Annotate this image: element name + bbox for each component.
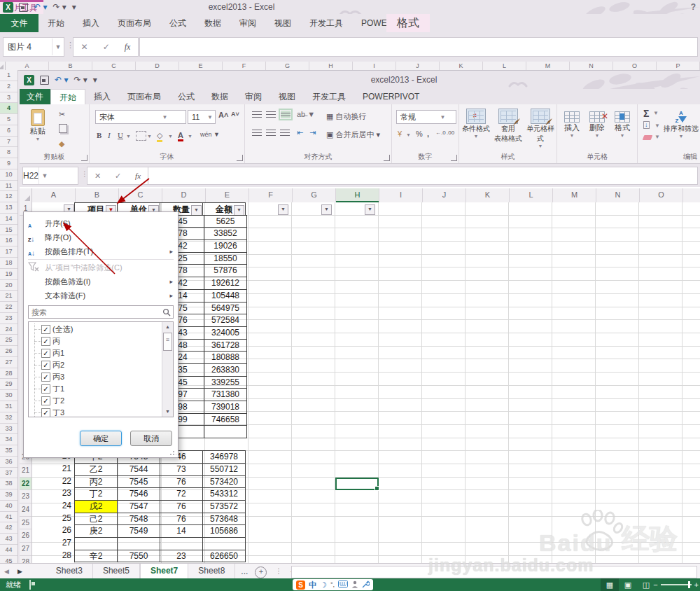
search-input[interactable]	[29, 306, 163, 318]
ok-button[interactable]: 确定	[80, 431, 122, 446]
checkbox-checked-icon[interactable]: ✓	[41, 349, 50, 358]
outer-row-header[interactable]: 7	[0, 137, 18, 148]
outer-row-header[interactable]: 18	[0, 258, 18, 269]
filter-list-scrollbar[interactable]: ▲ ▼	[162, 322, 173, 417]
scroll-up-icon[interactable]: ▲	[162, 322, 173, 332]
outer-row-header[interactable]: 38	[0, 478, 18, 489]
sheet-nav-left-icon[interactable]: ◀	[0, 564, 13, 579]
zoom-slider-handle[interactable]	[688, 581, 690, 588]
outer-row-header[interactable]: 3	[0, 92, 18, 104]
horizontal-scrollbar[interactable]	[291, 566, 697, 578]
outer-row-header[interactable]: 11	[0, 181, 18, 192]
outer-row-header[interactable]: 5	[0, 114, 18, 125]
redo-icon[interactable]: ↷ ▾	[52, 2, 66, 12]
outer-row-header[interactable]: 27	[0, 357, 18, 368]
outer-column-header[interactable]: A	[6, 62, 49, 70]
checkbox-checked-icon[interactable]: ✓	[41, 373, 50, 382]
outer-ribbon-tab[interactable]: 视图	[265, 14, 300, 32]
outer-row-header[interactable]: 35	[0, 445, 18, 457]
outer-ribbon-tab[interactable]: 插入	[74, 14, 108, 32]
cancel-icon[interactable]: ✕	[81, 42, 88, 52]
menu-item-sort-descending[interactable]: ZA↓ 降序(O)	[24, 230, 178, 244]
outer-column-header[interactable]: B	[49, 62, 92, 70]
outer-row-header[interactable]: 2	[0, 81, 18, 92]
qat-customize-icon[interactable]: ▾	[72, 2, 76, 12]
outer-row-header[interactable]: 9	[0, 158, 18, 169]
filter-search-box[interactable]	[28, 305, 174, 319]
page-break-view-icon[interactable]: ◫	[637, 578, 655, 591]
outer-row-header[interactable]: 15	[0, 225, 18, 236]
outer-row-header[interactable]: 13	[0, 202, 18, 214]
checkbox-checked-icon[interactable]: ✓	[41, 408, 50, 417]
outer-column-header[interactable]: I	[353, 62, 396, 70]
zoom-in-icon[interactable]: +	[694, 580, 699, 589]
outer-column-header[interactable]: O	[613, 62, 657, 70]
menu-item-filter-by-color[interactable]: 按颜色筛选(I)▸	[24, 274, 178, 288]
outer-row-header[interactable]: 42	[0, 522, 18, 534]
checkbox-checked-icon[interactable]: ✓	[41, 396, 50, 405]
outer-row-header[interactable]: 6	[0, 125, 18, 137]
menu-item-text-filters[interactable]: 文本筛选(F)▸	[24, 288, 178, 303]
outer-formula-input[interactable]	[139, 37, 698, 57]
outer-row-header[interactable]: 26	[0, 346, 18, 357]
filter-checkbox-item[interactable]: ✓ 丙1	[29, 347, 162, 359]
outer-ribbon-tab[interactable]: 开始	[38, 14, 74, 32]
punctuation-mode-icon[interactable]: °,	[330, 581, 335, 588]
enter-icon[interactable]: ✓	[103, 42, 110, 52]
zoom-out-icon[interactable]: −	[653, 580, 657, 589]
outer-row-header[interactable]: 24	[0, 324, 18, 335]
outer-row-header[interactable]: 14	[0, 214, 18, 225]
sheet-tab[interactable]: Sheet5	[93, 564, 140, 579]
outer-row-header[interactable]: 39	[0, 489, 18, 501]
soft-keyboard-icon[interactable]	[338, 580, 348, 589]
outer-row-header[interactable]: 37	[0, 468, 18, 479]
outer-ribbon-tab[interactable]: 开发工具	[300, 14, 352, 32]
outer-select-all-corner[interactable]	[0, 62, 6, 70]
outer-row-header[interactable]: 4	[0, 103, 18, 114]
checkbox-checked-icon[interactable]: ✓	[41, 325, 50, 334]
macro-record-icon[interactable]	[29, 580, 31, 590]
outer-row-header[interactable]: 44	[0, 545, 18, 556]
outer-row-header[interactable]: 34	[0, 434, 18, 445]
filter-value-list[interactable]: ✓ (全选) ✓ 丙 ✓ 丙1 ✓ 丙2 ✓ 丙3	[28, 321, 174, 417]
outer-row-header[interactable]: 17	[0, 246, 18, 258]
normal-view-icon[interactable]: ▦	[601, 578, 619, 591]
outer-row-header[interactable]: 36	[0, 457, 18, 468]
outer-row-header[interactable]: 1	[0, 70, 18, 81]
user-icon[interactable]	[351, 580, 358, 590]
outer-column-header[interactable]: D	[136, 62, 179, 70]
outer-name-box[interactable]: 图片 4 ▼	[3, 37, 64, 57]
filter-checkbox-item[interactable]: ✓ 丁1	[29, 383, 162, 395]
chinese-mode-icon[interactable]: 中	[309, 580, 316, 590]
outer-file-tab[interactable]: 文件	[0, 14, 38, 32]
outer-row-header[interactable]: 43	[0, 534, 18, 545]
outer-column-header[interactable]: C	[92, 62, 136, 70]
scrollbar-thumb[interactable]	[163, 333, 172, 351]
filter-checkbox-item[interactable]: ✓ 丙3	[29, 371, 162, 383]
filter-checkbox-item[interactable]: ✓ 丙	[29, 335, 162, 347]
outer-row-header[interactable]: 8	[0, 147, 18, 158]
page-layout-view-icon[interactable]: ▣	[619, 578, 637, 591]
outer-row-header[interactable]: 22	[0, 302, 18, 313]
outer-row-header[interactable]: 20	[0, 280, 18, 291]
outer-column-header[interactable]: G	[266, 62, 309, 70]
sogou-icon[interactable]: S	[296, 580, 305, 590]
outer-row-header[interactable]: 28	[0, 368, 18, 380]
outer-column-header[interactable]: H	[309, 62, 353, 70]
outer-row-header[interactable]: 41	[0, 512, 18, 523]
outer-row-header[interactable]: 40	[0, 501, 18, 512]
outer-column-header[interactable]: K	[440, 62, 483, 70]
outer-ribbon-tab[interactable]: 页面布局	[108, 14, 160, 32]
outer-ribbon-tab[interactable]: 数据	[195, 14, 230, 32]
sheet-tab[interactable]: Sheet7	[140, 564, 188, 579]
outer-row-header[interactable]: 25	[0, 335, 18, 346]
outer-row-header[interactable]: 12	[0, 191, 18, 202]
outer-row-header[interactable]: 16	[0, 235, 18, 246]
add-sheet-button[interactable]: +	[255, 566, 267, 578]
scroll-down-icon[interactable]: ▼	[162, 407, 173, 417]
outer-row-header[interactable]: 29	[0, 379, 18, 390]
outer-column-header[interactable]: L	[483, 62, 526, 70]
outer-row-header[interactable]: 31	[0, 401, 18, 412]
filter-checkbox-item[interactable]: ✓ 丙2	[29, 359, 162, 371]
outer-column-header[interactable]: F	[223, 62, 266, 70]
